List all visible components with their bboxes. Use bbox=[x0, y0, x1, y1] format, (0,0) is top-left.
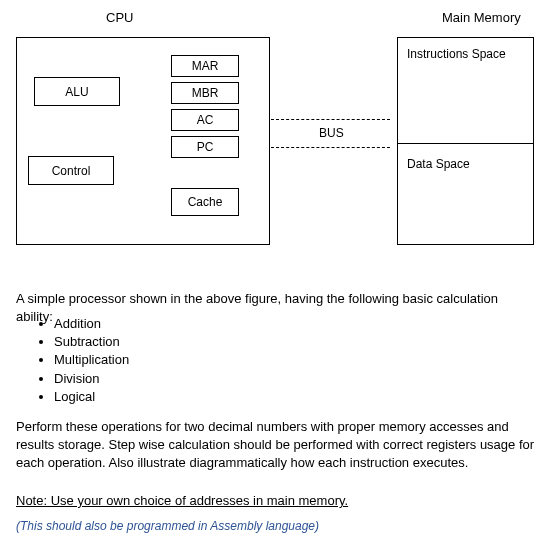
memory-heading: Main Memory bbox=[442, 10, 521, 25]
op-item: Subtraction bbox=[54, 333, 526, 351]
mar-label: MAR bbox=[192, 59, 219, 73]
control-box: Control bbox=[28, 156, 114, 185]
memory-divider bbox=[397, 143, 534, 144]
memory-container bbox=[397, 37, 534, 245]
note-text: Note: Use your own choice of addresses i… bbox=[16, 492, 348, 510]
op-item: Addition bbox=[54, 315, 526, 333]
mbr-box: MBR bbox=[171, 82, 239, 104]
data-space-label: Data Space bbox=[407, 157, 470, 171]
alu-label: ALU bbox=[65, 85, 88, 99]
op-item: Multiplication bbox=[54, 351, 526, 369]
task-text: Perform these operations for two decimal… bbox=[16, 418, 536, 473]
cpu-heading: CPU bbox=[106, 10, 133, 25]
mar-box: MAR bbox=[171, 55, 239, 77]
instr-space-label: Instructions Space bbox=[407, 47, 506, 61]
pc-box: PC bbox=[171, 136, 239, 158]
alu-box: ALU bbox=[34, 77, 120, 106]
bus-line-bottom bbox=[271, 147, 390, 148]
bus-label: BUS bbox=[319, 126, 344, 140]
control-label: Control bbox=[52, 164, 91, 178]
ac-label: AC bbox=[197, 113, 214, 127]
mbr-label: MBR bbox=[192, 86, 219, 100]
pc-label: PC bbox=[197, 140, 214, 154]
op-item: Logical bbox=[54, 388, 526, 406]
asm-note: (This should also be programmed in Assem… bbox=[16, 518, 319, 535]
cache-box: Cache bbox=[171, 188, 239, 216]
bus-line-top bbox=[271, 119, 390, 120]
operations-list: Addition Subtraction Multiplication Divi… bbox=[16, 315, 526, 406]
op-item: Division bbox=[54, 370, 526, 388]
ac-box: AC bbox=[171, 109, 239, 131]
cache-label: Cache bbox=[188, 195, 223, 209]
